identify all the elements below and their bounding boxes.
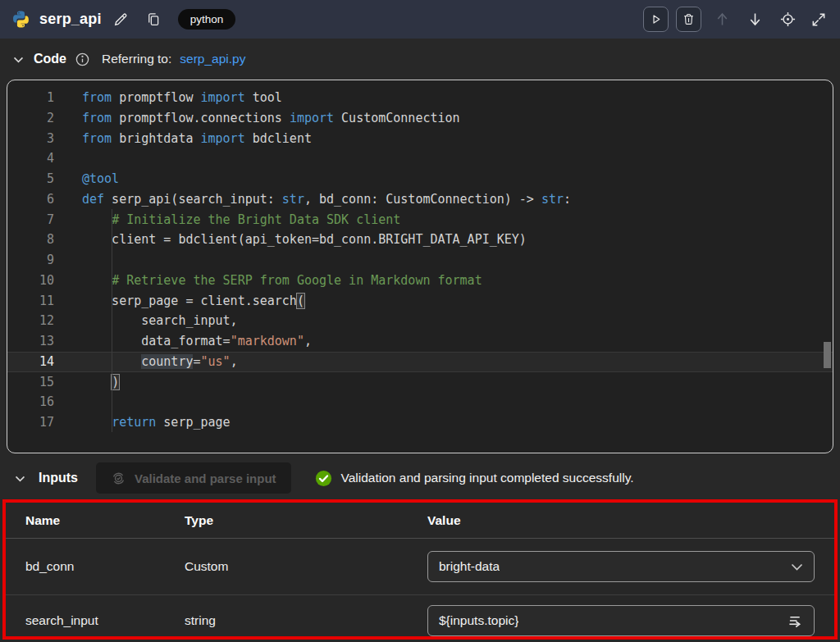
locate-in-graph-button[interactable] [778,9,798,30]
code-section-label: Code [34,52,66,66]
code-line[interactable]: 14 country="us", [7,352,833,372]
code-line[interactable]: 1from promptflow import tool [7,88,833,108]
table-row: search_input string ${inputs.topic} [6,595,834,640]
validation-status: Validation and parsing input completed s… [314,469,634,488]
locate-icon [779,11,797,28]
value-text-input[interactable]: ${inputs.topic} [427,605,815,636]
play-icon [649,12,663,26]
validation-status-text: Validation and parsing input completed s… [341,471,634,485]
node-header: serp_api python [0,0,840,39]
indent-guide [112,209,112,432]
expand-button[interactable] [809,10,829,30]
move-down-button[interactable] [745,9,765,30]
connection-dropdown[interactable]: bright-data [427,551,815,582]
chevron-down-icon [13,471,27,485]
node-title: serp_api [39,11,102,28]
code-line[interactable]: 15 ) [7,372,833,393]
inputs-table-header: Name Type Value [6,503,834,539]
inputs-section-header: Inputs Validate and parse input Validati… [0,460,840,496]
delete-node-button[interactable] [676,7,701,32]
code-lines: 1from promptflow import tool2from prompt… [7,88,833,433]
expand-icon [810,11,827,28]
column-header-value: Value [427,513,815,528]
copy-button[interactable] [144,11,162,29]
language-badge: python [178,9,236,30]
run-node-button[interactable] [643,7,669,32]
inputs-section-label: Inputs [39,471,78,485]
code-line[interactable]: 17 return serp_page [7,412,833,433]
arrow-up-icon [714,11,731,28]
validate-button-label: Validate and parse input [135,471,276,485]
code-line[interactable]: 5@tool [7,169,833,189]
code-info-icon[interactable] [75,52,90,67]
input-type: Custom [185,559,427,574]
inputs-collapse-chevron[interactable] [13,471,27,485]
input-value: ${inputs.topic} [439,613,518,628]
column-header-type: Type [185,513,427,528]
code-line[interactable]: 6def serp_api(search_input: str, bd_conn… [7,189,833,210]
pencil-icon [112,11,129,28]
code-line[interactable]: 13 data_format="markdown", [7,331,833,352]
code-line[interactable]: 4 [7,148,833,169]
code-file-link[interactable]: serp_api.py [180,52,245,66]
info-icon [75,52,90,67]
trash-icon [682,12,696,26]
referring-label: Referring to: [102,52,171,66]
input-name: bd_conn [25,559,185,574]
validate-icon [111,471,126,486]
validate-parse-button[interactable]: Validate and parse input [96,462,291,494]
code-line[interactable]: 12 search_input, [7,311,833,331]
arrow-down-icon [746,11,764,28]
code-editor[interactable]: 1from promptflow import tool2from prompt… [7,80,833,453]
python-icon [11,10,30,29]
multiline-edit-icon [788,614,803,628]
code-line[interactable]: 2from promptflow.connections import Cust… [7,108,833,129]
copy-icon [146,12,161,27]
dropdown-selected-value: bright-data [439,559,500,574]
code-line[interactable]: 16 [7,392,833,412]
edit-title-button[interactable] [111,10,130,30]
code-section-header: Code Referring to: serp_api.py [0,39,840,80]
code-line[interactable]: 3from brightdata import bdclient [7,129,833,149]
move-up-button[interactable] [712,9,733,30]
inputs-table: Name Type Value bd_conn Custom bright-da… [2,499,838,640]
code-line[interactable]: 11 serp_page = client.search( [7,291,833,312]
column-header-name: Name [25,513,185,528]
code-line[interactable]: 8 client = bdclient(api_token=bd_conn.BR… [7,230,833,250]
chevron-down-icon [11,52,25,66]
input-name: search_input [25,613,185,628]
code-line[interactable]: 10 # Retrieve the SERP from Google in Ma… [7,271,833,291]
table-row: bd_conn Custom bright-data [6,539,834,595]
code-line[interactable]: 9 [7,250,833,271]
code-collapse-chevron[interactable] [11,52,25,66]
input-type: string [185,613,427,628]
editor-scrollbar-thumb[interactable] [824,342,831,368]
success-check-icon [314,469,333,488]
code-line[interactable]: 7 # Initialize the Bright Data SDK clien… [7,210,833,230]
chevron-down-icon [791,563,803,571]
